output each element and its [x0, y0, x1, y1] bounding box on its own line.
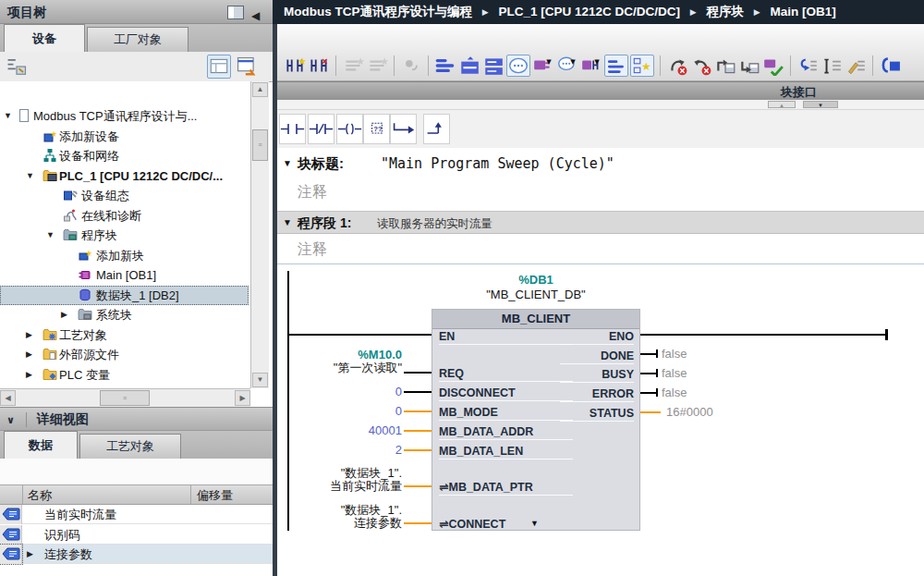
- tree-item-ob[interactable]: Main [OB1]: [0, 265, 249, 285]
- table-arrow-icon[interactable]: [235, 55, 259, 79]
- tree-filter-icon[interactable]: [5, 55, 29, 79]
- mb-mode-value[interactable]: 0: [395, 404, 402, 418]
- detail-row[interactable]: ▶连接参数: [0, 545, 273, 564]
- tree-item-program-blocks[interactable]: ▼程序块: [0, 226, 249, 245]
- column-name[interactable]: 名称: [28, 487, 52, 504]
- tree-item-ext-sources[interactable]: ▶外部源文件: [0, 345, 249, 364]
- interface-collapse-up-icon[interactable]: ▲: [768, 101, 796, 108]
- insert-block-call-icon[interactable]: ▾: [532, 55, 554, 76]
- empty-box-icon[interactable]: ??: [363, 114, 390, 144]
- expand-icon[interactable]: ▶: [27, 545, 33, 564]
- contact-no-icon[interactable]: [279, 114, 306, 144]
- collapse-icon[interactable]: ▼: [26, 166, 34, 186]
- scroll-up-icon[interactable]: ▲: [252, 82, 268, 97]
- goto-definition-icon[interactable]: [796, 55, 819, 76]
- breadcrumb-project[interactable]: Modbus TCP通讯程序设计与编程: [284, 5, 472, 18]
- collapse-icon[interactable]: ▼: [4, 106, 12, 126]
- network-1-header[interactable]: ▼ 程序段 1: 读取服务器的实时流量: [277, 211, 924, 234]
- block-type-header[interactable]: MB_CLIENT: [432, 310, 639, 329]
- close-branch-icon[interactable]: [423, 114, 450, 144]
- connect-operand[interactable]: "数据块_1".连接参数: [341, 504, 402, 530]
- tab-tech-objects[interactable]: 工艺对象: [79, 434, 181, 459]
- instance-db-name[interactable]: "MB_CLIENT_DB": [432, 288, 640, 301]
- columns-icon[interactable]: [227, 6, 244, 19]
- goto-next-error-icon[interactable]: [666, 55, 688, 76]
- tab-data[interactable]: 数据: [4, 431, 78, 459]
- open-branch-icon[interactable]: [390, 114, 417, 144]
- insert-instruction-icon[interactable]: ▾: [580, 55, 602, 76]
- detail-row[interactable]: 当前实时流量: [0, 505, 273, 524]
- toggle-network-comments-icon[interactable]: [506, 55, 530, 77]
- insert-row-icon[interactable]: ★: [342, 55, 364, 76]
- check-consistency-icon[interactable]: [762, 55, 784, 76]
- mb-data-len-value[interactable]: 2: [395, 443, 402, 457]
- tree-item-db[interactable]: 数据块_1 [DB2]: [0, 286, 249, 305]
- expand-block-icon[interactable]: ▼: [530, 519, 539, 528]
- error-value[interactable]: false: [662, 386, 687, 399]
- mb-data-ptr-operand[interactable]: "数据块_1".当前实时流量: [330, 467, 402, 493]
- breadcrumb-plc[interactable]: PLC_1 [CPU 1212C DC/DC/DC]: [498, 5, 680, 18]
- update-block-calls-icon[interactable]: [714, 55, 736, 76]
- collapse-network-icon[interactable]: ▼: [283, 217, 292, 227]
- delete-network-icon[interactable]: ×: [308, 55, 330, 76]
- column-offset[interactable]: 偏移量: [197, 487, 233, 504]
- scrollbar-thumb[interactable]: ≡: [100, 390, 150, 406]
- expand-icon[interactable]: ▶: [26, 365, 32, 385]
- expand-icon[interactable]: ▶: [61, 305, 67, 325]
- scrollbar-thumb[interactable]: ≡: [252, 129, 268, 161]
- show-favorites-icon[interactable]: ★: [630, 55, 654, 77]
- tree-item-add-device[interactable]: ★添加新设备: [0, 127, 249, 146]
- tree-item-tech-objects[interactable]: ▶工艺对象: [0, 325, 249, 345]
- toggle-symbol-info-icon[interactable]: [604, 55, 628, 77]
- mb-client-block[interactable]: MB_CLIENT EN REQ DISCONNECT MB_MODE MB_D…: [432, 309, 640, 531]
- tree-item-plc[interactable]: ▼PLC_1 [CPU 1212C DC/DC/...: [0, 166, 249, 186]
- tab-plant-objects[interactable]: 工厂对象: [87, 27, 188, 52]
- select-operand-icon[interactable]: [821, 55, 843, 76]
- network-comment-placeholder[interactable]: 注释: [298, 240, 327, 260]
- tree-item-networks[interactable]: 设备和网络: [0, 146, 249, 165]
- busy-value[interactable]: false: [662, 366, 687, 380]
- disconnect-value[interactable]: 0: [395, 385, 402, 398]
- breadcrumb-program-blocks[interactable]: 程序块: [706, 5, 744, 18]
- tree-item-online-diag[interactable]: 在线和诊断: [0, 206, 249, 226]
- coil-icon[interactable]: [336, 114, 363, 144]
- mb-data-addr-value[interactable]: 40001: [369, 423, 402, 437]
- block-comment-placeholder[interactable]: 注释: [298, 183, 327, 202]
- detail-row[interactable]: 识别码: [0, 525, 273, 545]
- expand-networks-icon[interactable]: [458, 55, 480, 76]
- expand-icon[interactable]: ▶: [26, 325, 32, 345]
- cross-reference-icon[interactable]: [879, 55, 901, 76]
- interface-collapse-down-icon[interactable]: ▼: [803, 101, 838, 108]
- tree-horizontal-scrollbar[interactable]: ◀ ▶ ≡: [0, 388, 250, 407]
- show-absolute-operands-icon[interactable]: [434, 55, 456, 76]
- tree-item-system-blocks[interactable]: ▶系统块: [0, 305, 249, 325]
- tree-item-plc-tags[interactable]: ▶PLC 变量: [0, 365, 249, 385]
- insert-comment-icon[interactable]: ▾: [556, 55, 578, 76]
- block-title-value[interactable]: "Main Program Sweep (Cycle)": [381, 155, 614, 172]
- scroll-left-icon[interactable]: ◀: [0, 390, 16, 406]
- scroll-right-icon[interactable]: ▶: [235, 390, 250, 406]
- collapse-block-title-icon[interactable]: ▼: [283, 158, 292, 168]
- goto-previous-error-icon[interactable]: [690, 55, 712, 76]
- synchronize-online-icon[interactable]: [738, 55, 760, 76]
- scroll-down-icon[interactable]: ▼: [252, 373, 268, 387]
- grid-view-icon[interactable]: [207, 55, 231, 79]
- expand-icon[interactable]: ▶: [26, 345, 32, 364]
- insert-network-icon[interactable]: ★: [284, 55, 306, 76]
- delete-row-icon[interactable]: ★: [366, 55, 388, 76]
- rewire-icon[interactable]: [845, 55, 867, 76]
- network-title[interactable]: 读取服务器的实时流量: [377, 216, 492, 232]
- tree-item-project[interactable]: ▼Modbus TCP通讯程序设计与...: [0, 106, 249, 126]
- contact-nc-icon[interactable]: [308, 114, 334, 144]
- status-value[interactable]: 16#0000: [666, 405, 713, 419]
- tab-devices[interactable]: 设备: [4, 24, 85, 52]
- tree-item-add-block[interactable]: ★添加新块: [0, 246, 249, 265]
- collapse-networks-icon[interactable]: [482, 55, 505, 76]
- reset-start-values-icon[interactable]: [400, 55, 422, 76]
- instance-db-address[interactable]: %DB1: [432, 273, 640, 287]
- tree-vertical-scrollbar[interactable]: ▲ ▼ ≡: [250, 81, 269, 388]
- breadcrumb-main-ob1[interactable]: Main [OB1]: [770, 5, 835, 18]
- collapse-detail-icon[interactable]: ∨: [0, 414, 15, 425]
- tree-item-device-config[interactable]: 设备组态: [0, 186, 249, 205]
- done-value[interactable]: false: [662, 347, 687, 361]
